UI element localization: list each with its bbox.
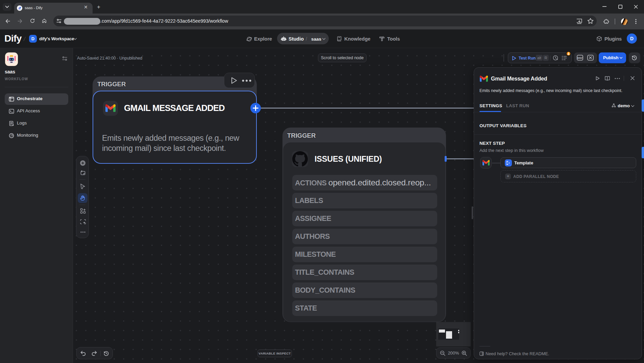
svg-text:ENV: ENV: [577, 57, 583, 59]
